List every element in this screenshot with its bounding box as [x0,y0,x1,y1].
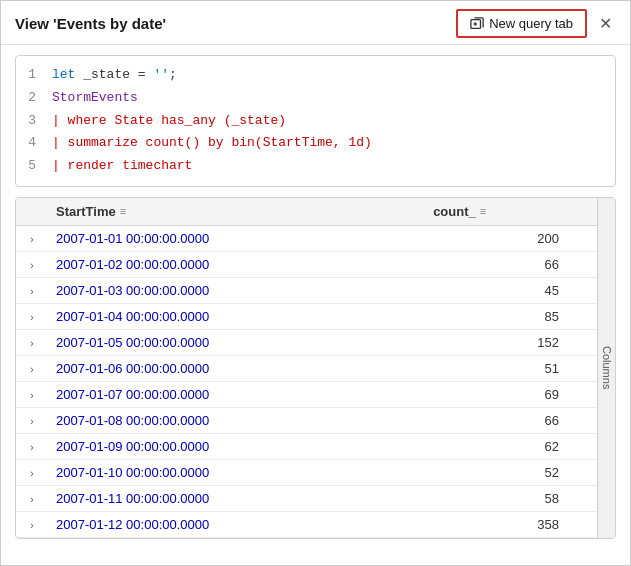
starttime-cell: 2007-01-10 00:00:00.0000 [48,459,425,485]
row-expand-cell[interactable]: › [16,537,48,538]
table-row: ›2007-01-04 00:00:00.000085 [16,303,615,329]
count-header: count_ ≡ [425,198,579,226]
page-title: View 'Events by date' [15,15,166,32]
count-cell: 66 [425,407,579,433]
line-number: 2 [16,88,52,109]
starttime-header-label: StartTime [56,204,116,219]
row-expand-cell[interactable]: › [16,407,48,433]
starttime-cell: 2007-01-13 00:00:00.0000 [48,537,425,538]
row-expand-cell[interactable]: › [16,381,48,407]
count-cell: 51 [425,355,579,381]
column-menu-icon-2[interactable]: ≡ [480,205,486,217]
expand-col-header [16,198,48,226]
expand-icon[interactable]: › [24,416,40,427]
row-expand-cell[interactable]: › [16,277,48,303]
starttime-cell: 2007-01-08 00:00:00.0000 [48,407,425,433]
table-row: ›2007-01-05 00:00:00.0000152 [16,329,615,355]
close-button[interactable]: ✕ [595,12,616,35]
code-content: | where State has_any (_state) [52,111,286,132]
table-row: ›2007-01-09 00:00:00.000062 [16,433,615,459]
count-cell: 69 [425,381,579,407]
table-row: ›2007-01-02 00:00:00.000066 [16,251,615,277]
starttime-cell: 2007-01-04 00:00:00.0000 [48,303,425,329]
table-row: ›2007-01-06 00:00:00.000051 [16,355,615,381]
count-cell: 152 [425,329,579,355]
columns-panel-toggle[interactable]: Columns [597,198,615,538]
starttime-cell: 2007-01-11 00:00:00.0000 [48,485,425,511]
count-cell: 174 [425,537,579,538]
row-expand-cell[interactable]: › [16,329,48,355]
table-row: ›2007-01-10 00:00:00.000052 [16,459,615,485]
starttime-cell: 2007-01-05 00:00:00.0000 [48,329,425,355]
expand-icon[interactable]: › [24,364,40,375]
expand-icon[interactable]: › [24,312,40,323]
results-table: StartTime ≡ count_ ≡ ›2007-01-01 00:00:0… [16,198,615,538]
table-wrapper[interactable]: StartTime ≡ count_ ≡ ›2007-01-01 00:00:0… [16,198,615,538]
expand-icon[interactable]: › [24,260,40,271]
expand-icon[interactable]: › [24,468,40,479]
expand-icon[interactable]: › [24,520,40,531]
count-cell: 200 [425,225,579,251]
expand-icon[interactable]: › [24,234,40,245]
expand-icon[interactable]: › [24,494,40,505]
count-cell: 66 [425,251,579,277]
expand-icon[interactable]: › [24,338,40,349]
row-expand-cell[interactable]: › [16,225,48,251]
table-row: ›2007-01-12 00:00:00.0000358 [16,511,615,537]
code-line-3: 3 | where State has_any (_state) [16,110,615,133]
code-content: StormEvents [52,88,138,109]
table-row: ›2007-01-07 00:00:00.000069 [16,381,615,407]
code-line-1: 1 let _state = ''; [16,64,615,87]
starttime-cell: 2007-01-12 00:00:00.0000 [48,511,425,537]
code-content: | summarize count() by bin(StartTime, 1d… [52,133,372,154]
code-line-2: 2 StormEvents [16,87,615,110]
code-line-4: 4 | summarize count() by bin(StartTime, … [16,132,615,155]
line-number: 4 [16,133,52,154]
starttime-cell: 2007-01-02 00:00:00.0000 [48,251,425,277]
code-editor: 1 let _state = ''; 2 StormEvents 3 | whe… [15,55,616,187]
row-expand-cell[interactable]: › [16,355,48,381]
new-query-button[interactable]: New query tab [456,9,587,38]
code-content: | render timechart [52,156,192,177]
close-icon: ✕ [599,15,612,32]
row-expand-cell[interactable]: › [16,251,48,277]
table-row: ›2007-01-13 00:00:00.0000174 [16,537,615,538]
count-cell: 358 [425,511,579,537]
line-number: 5 [16,156,52,177]
column-menu-icon[interactable]: ≡ [120,205,126,217]
starttime-cell: 2007-01-09 00:00:00.0000 [48,433,425,459]
count-header-label: count_ [433,204,476,219]
row-expand-cell[interactable]: › [16,433,48,459]
title-quoted: 'Events by date' [53,15,166,32]
count-cell: 62 [425,433,579,459]
row-expand-cell[interactable]: › [16,459,48,485]
title-text: View [15,15,53,32]
code-line-5: 5 | render timechart [16,155,615,178]
count-cell: 58 [425,485,579,511]
table-body: ›2007-01-01 00:00:00.0000200›2007-01-02 … [16,225,615,538]
table-row: ›2007-01-03 00:00:00.000045 [16,277,615,303]
expand-icon[interactable]: › [24,286,40,297]
table-row: ›2007-01-01 00:00:00.0000200 [16,225,615,251]
table-row: ›2007-01-08 00:00:00.000066 [16,407,615,433]
new-query-label: New query tab [489,16,573,31]
row-expand-cell[interactable]: › [16,511,48,537]
code-content: let _state = ''; [52,65,177,86]
new-query-icon [470,17,484,31]
columns-label-text: Columns [601,346,613,389]
starttime-cell: 2007-01-06 00:00:00.0000 [48,355,425,381]
count-cell: 45 [425,277,579,303]
count-cell: 52 [425,459,579,485]
line-number: 3 [16,111,52,132]
expand-icon[interactable]: › [24,442,40,453]
starttime-cell: 2007-01-01 00:00:00.0000 [48,225,425,251]
header: View 'Events by date' New query tab ✕ [1,1,630,45]
line-number: 1 [16,65,52,86]
expand-icon[interactable]: › [24,390,40,401]
starttime-header: StartTime ≡ [48,198,425,226]
row-expand-cell[interactable]: › [16,303,48,329]
table-header-row: StartTime ≡ count_ ≡ [16,198,615,226]
row-expand-cell[interactable]: › [16,485,48,511]
starttime-cell: 2007-01-07 00:00:00.0000 [48,381,425,407]
count-cell: 85 [425,303,579,329]
